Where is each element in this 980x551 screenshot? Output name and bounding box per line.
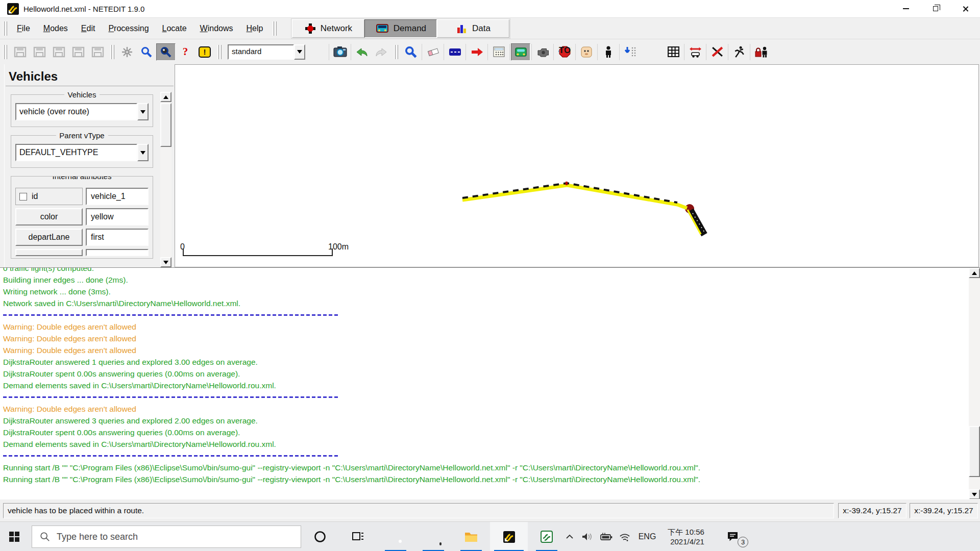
move-mode-button[interactable] [467,43,486,61]
open-configuration-button[interactable] [49,43,68,61]
tray-volume[interactable] [578,522,596,551]
inspect-mode-button[interactable] [401,43,421,61]
network-drawing: 0 100m [175,65,979,267]
color-scheme-button[interactable] [308,43,328,61]
vehicle-combobox-arrow[interactable] [137,103,149,120]
style-combobox-value[interactable]: standard [228,44,294,60]
route-edge-yellow[interactable] [462,185,687,208]
supermode-grip[interactable] [273,21,277,36]
network-canvas[interactable]: 0 100m [175,64,979,267]
adjust-view-button[interactable] [117,43,137,61]
menu-file[interactable]: File [10,20,37,37]
attribute-value-color[interactable]: yellow [86,208,149,226]
taskbar-search[interactable]: Type here to search [32,525,301,548]
attribute-key[interactable] [15,249,83,256]
action-center-button[interactable]: 3 [716,522,749,551]
network-icon [305,23,316,34]
stop-mode-button[interactable]: STOP [555,43,574,61]
menu-processing[interactable]: Processing [102,20,155,37]
taskbar-sumo-gui-button[interactable] [528,522,566,551]
supermode-demand-button[interactable]: Demand [364,19,437,38]
scrollbar-thumb[interactable] [160,103,172,147]
scroll-up-button[interactable] [969,268,980,278]
scroll-down-button[interactable] [969,489,980,499]
compute-demand-button[interactable] [685,43,705,61]
attribute-key-id[interactable]: id [15,188,83,205]
menu-help[interactable]: Help [240,20,270,37]
menu-modes[interactable]: Modes [37,20,75,37]
tray-chevron-up[interactable] [560,522,579,551]
message-log[interactable]: 0 traffic light(s) computed.Building inn… [0,267,980,499]
taskbar-task-view-button[interactable] [339,522,377,551]
redo-button[interactable] [372,43,391,61]
start-button[interactable] [0,522,29,551]
vehicle-mode-button[interactable] [511,43,530,61]
style-combobox[interactable]: standard [228,44,305,60]
taskbar-file-explorer-button[interactable] [452,522,490,551]
person-plan-mode-button[interactable] [621,43,640,61]
delete-mode-button[interactable] [423,43,443,61]
clean-invalid-demand-button[interactable] [751,43,771,61]
attribute-key-departLane-button[interactable]: departLane [15,229,83,246]
toolbar-grip[interactable] [394,45,398,59]
person-type-mode-button[interactable] [577,43,596,61]
attribute-value-id[interactable]: vehicle_1 [86,188,149,205]
scrollbar-thumb[interactable] [969,426,980,477]
route-mode-button[interactable] [445,43,464,61]
supermode-network-button[interactable]: Network [292,19,364,38]
menubar-grip[interactable] [3,21,7,36]
attribute-value-departLane[interactable]: first [86,229,149,246]
move-icon [121,46,133,58]
supermode-data-button[interactable]: Data [437,19,509,38]
vehicle-type-mode-button[interactable] [489,43,508,61]
menu-windows[interactable]: Windows [193,20,240,37]
open-network-button[interactable] [30,43,49,61]
close-button[interactable] [950,0,980,17]
engine-mode-button[interactable] [533,43,552,61]
new-network-button[interactable] [10,43,30,61]
taskbar-browser-button[interactable] [414,522,452,551]
tray-language[interactable]: ENG [635,522,659,551]
vtype-combobox-arrow[interactable] [137,144,149,161]
toggle-grid-button[interactable] [664,43,683,61]
person-mode-button[interactable] [599,43,618,61]
minimize-button[interactable] [891,0,921,17]
screenshot-button[interactable] [330,43,350,61]
log-scrollbar[interactable] [969,268,980,499]
attribute-value[interactable] [86,249,149,256]
vtype-combobox-value[interactable]: DEFAULT_VEHTYPE [15,144,137,161]
checkbox-id[interactable] [19,193,27,201]
vehicle-combobox-value[interactable]: vehicle (over route) [15,103,137,120]
status-bar: vehicle has to be placed within a route.… [0,499,980,521]
undo-button[interactable] [352,43,372,61]
toolbar-grip[interactable] [217,45,222,59]
vehicle-combobox[interactable]: vehicle (over route) [15,103,149,120]
warnings-button[interactable]: ! [195,43,214,61]
locate-button[interactable] [156,43,176,61]
menu-locate[interactable]: Locate [156,20,193,37]
style-combobox-arrow[interactable] [294,44,305,60]
attribute-key-color-button[interactable]: color [15,208,83,226]
menu-edit[interactable]: Edit [75,20,102,37]
scroll-down-button[interactable] [160,257,172,267]
help-button[interactable]: ? [176,43,195,61]
tray-wifi[interactable] [616,522,634,551]
save-network-button[interactable] [68,43,88,61]
parent-vtype-group: Parent vType DEFAULT_VEHTYPE [11,135,153,168]
save-network-as-button[interactable] [88,43,107,61]
scroll-up-button[interactable] [160,92,172,102]
taskbar-netedit-button[interactable] [490,522,528,551]
zoom-button[interactable] [137,43,156,61]
join-routes-button[interactable] [729,43,749,61]
vtype-combobox[interactable]: DEFAULT_VEHTYPE [15,144,149,161]
toolbar-grip[interactable] [3,45,7,59]
tray-date: 2021/4/21 [668,537,704,546]
taskbar-chrome-button[interactable] [377,522,414,551]
tray-battery[interactable] [596,522,616,551]
clean-routes-button[interactable] [707,43,727,61]
taskbar-cortana-button[interactable] [301,522,339,551]
toolbar-grip[interactable] [110,45,114,59]
tray-clock[interactable]: 下午 10:56 2021/4/21 [659,522,713,551]
frame-scrollbar[interactable] [160,92,172,267]
maximize-button[interactable] [921,0,950,17]
